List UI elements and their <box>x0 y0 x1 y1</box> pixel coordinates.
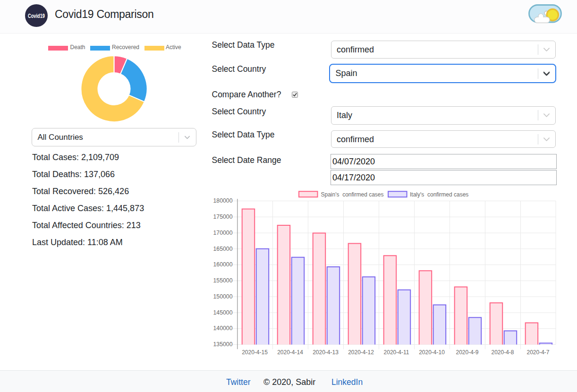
svg-text:Spain's confirmed cases: Spain's confirmed cases <box>321 191 384 198</box>
svg-text:180000: 180000 <box>213 197 232 204</box>
svg-text:2020-4-14: 2020-4-14 <box>277 349 303 356</box>
svg-text:2020-4-8: 2020-4-8 <box>491 349 514 356</box>
svg-text:Italy's confirmed cases: Italy's confirmed cases <box>410 191 468 198</box>
svg-text:2020-4-13: 2020-4-13 <box>313 349 339 356</box>
svg-text:150000: 150000 <box>213 293 232 300</box>
svg-text:2020-4-12: 2020-4-12 <box>348 349 374 356</box>
svg-text:2020-4-7: 2020-4-7 <box>526 349 549 356</box>
svg-text:155000: 155000 <box>213 277 232 284</box>
svg-text:160000: 160000 <box>213 261 232 268</box>
svg-text:135000: 135000 <box>213 341 232 348</box>
svg-text:145000: 145000 <box>213 309 232 316</box>
svg-text:140000: 140000 <box>213 325 232 332</box>
svg-text:2020-4-10: 2020-4-10 <box>419 349 445 356</box>
svg-text:2020-4-9: 2020-4-9 <box>456 349 478 356</box>
svg-text:170000: 170000 <box>213 230 232 236</box>
svg-text:2020-4-11: 2020-4-11 <box>384 349 409 356</box>
svg-text:2020-4-15: 2020-4-15 <box>242 349 268 356</box>
svg-text:165000: 165000 <box>213 246 232 252</box>
svg-text:175000: 175000 <box>213 213 232 220</box>
